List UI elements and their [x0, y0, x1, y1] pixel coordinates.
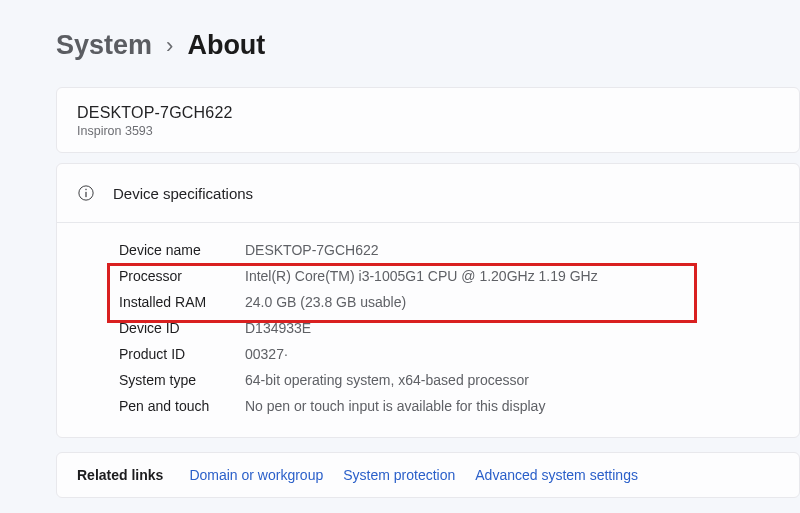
info-icon: [77, 184, 95, 202]
breadcrumb: System › About: [0, 0, 800, 87]
specs-title: Device specifications: [113, 185, 253, 202]
device-model-header: Inspiron 3593: [77, 124, 779, 138]
spec-value: 24.0 GB (23.8 GB usable): [245, 294, 406, 310]
spec-value: Intel(R) Core(TM) i3-1005G1 CPU @ 1.20GH…: [245, 268, 598, 284]
svg-rect-1: [85, 192, 86, 197]
related-links-label: Related links: [77, 467, 163, 483]
spec-value: DESKTOP-7GCH622: [245, 242, 379, 258]
device-specifications-card: Device specifications Device name DESKTO…: [56, 163, 800, 438]
spec-value: 64-bit operating system, x64-based proce…: [245, 372, 529, 388]
specs-header[interactable]: Device specifications: [57, 164, 799, 223]
svg-rect-2: [85, 189, 86, 190]
spec-label: Device ID: [119, 320, 245, 336]
spec-label: Device name: [119, 242, 245, 258]
spec-label: Installed RAM: [119, 294, 245, 310]
device-name-header: DESKTOP-7GCH622: [77, 104, 779, 122]
spec-row-product-id: Product ID 00327·: [119, 341, 779, 367]
spec-label: Processor: [119, 268, 245, 284]
spec-value: D134933E: [245, 320, 311, 336]
related-links-bar: Related links Domain or workgroup System…: [56, 452, 800, 498]
link-advanced-system-settings[interactable]: Advanced system settings: [475, 467, 638, 483]
device-header-card: DESKTOP-7GCH622 Inspiron 3593: [56, 87, 800, 153]
spec-value: No pen or touch input is available for t…: [245, 398, 545, 414]
spec-label: Pen and touch: [119, 398, 245, 414]
spec-value: 00327·: [245, 346, 288, 362]
spec-row-pen-touch: Pen and touch No pen or touch input is a…: [119, 393, 779, 419]
spec-row-device-name: Device name DESKTOP-7GCH622: [119, 237, 779, 263]
link-system-protection[interactable]: System protection: [343, 467, 455, 483]
breadcrumb-parent[interactable]: System: [56, 30, 152, 61]
spec-row-processor: Processor Intel(R) Core(TM) i3-1005G1 CP…: [119, 263, 779, 289]
link-domain-workgroup[interactable]: Domain or workgroup: [189, 467, 323, 483]
spec-label: System type: [119, 372, 245, 388]
spec-label: Product ID: [119, 346, 245, 362]
spec-row-ram: Installed RAM 24.0 GB (23.8 GB usable): [119, 289, 779, 315]
spec-row-device-id: Device ID D134933E: [119, 315, 779, 341]
chevron-right-icon: ›: [166, 33, 173, 59]
breadcrumb-current: About: [187, 30, 265, 61]
spec-row-system-type: System type 64-bit operating system, x64…: [119, 367, 779, 393]
specs-body: Device name DESKTOP-7GCH622 Processor In…: [57, 223, 799, 437]
